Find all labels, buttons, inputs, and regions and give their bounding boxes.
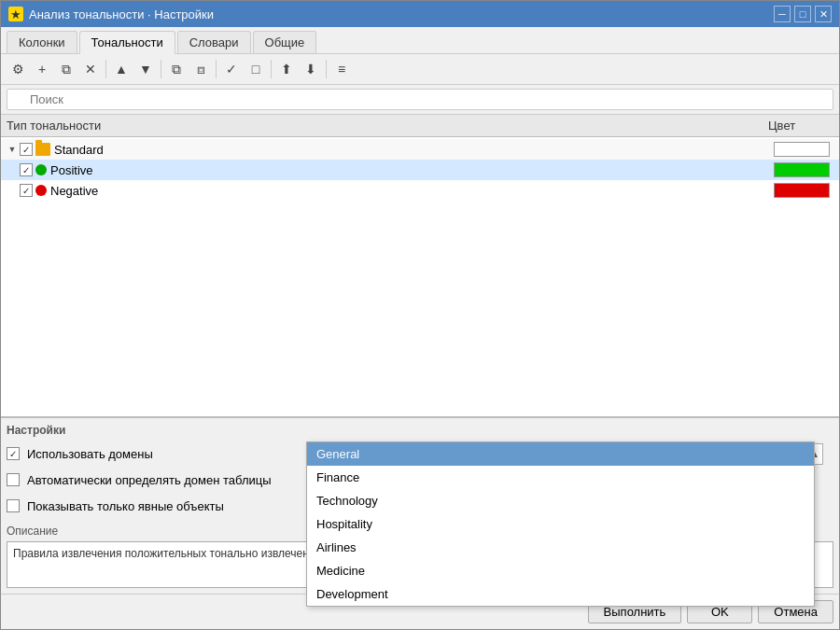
domain-select[interactable] (315, 443, 823, 465)
column-header-name: Тип тональности (7, 119, 768, 133)
color-swatch-standard[interactable] (774, 142, 830, 157)
settings-panel-title: Настройки (7, 424, 833, 437)
minimize-button[interactable]: ─ (774, 6, 791, 22)
tree-row[interactable]: ▶ Positive (1, 160, 839, 180)
window-title: Анализ тональности · Настройки (29, 7, 768, 21)
column-header-color: Цвет (768, 119, 833, 133)
import-icon[interactable]: ⬆ (275, 58, 298, 80)
toolbar-sep-5 (326, 60, 327, 78)
tab-tonalities[interactable]: Тональности (79, 31, 175, 54)
auto-detect-row: Автоматически определять домен таблицы (7, 469, 833, 491)
checkbox-positive[interactable] (20, 163, 33, 176)
main-window: ★ Анализ тональности · Настройки ─ □ ✕ К… (0, 0, 840, 630)
unlink-icon[interactable]: ⧈ (189, 58, 212, 80)
tree-toggle-standard[interactable]: ▼ (5, 142, 20, 157)
check-icon[interactable]: ✓ (220, 58, 243, 80)
folder-icon-standard (35, 143, 50, 156)
table-header: Тип тональности Цвет (1, 115, 839, 137)
tab-general[interactable]: Общие (253, 31, 317, 53)
bottom-buttons: Выполнить OK Отмена (1, 594, 839, 629)
square-icon[interactable]: □ (245, 58, 267, 80)
add-icon[interactable]: + (31, 58, 53, 80)
delete-icon[interactable]: ✕ (79, 58, 102, 80)
ok-button[interactable]: OK (687, 600, 752, 623)
main-content: Тип тональности Цвет ▼ Standard ▶ Positi… (1, 115, 839, 629)
tree-row[interactable]: ▶ Negative (1, 180, 839, 201)
color-swatch-positive[interactable] (774, 162, 830, 177)
maximize-button[interactable]: □ (794, 6, 811, 22)
domain-select-wrapper: ▲ (315, 443, 823, 465)
toolbar-sep-3 (216, 60, 217, 78)
tree-label-positive: Positive (50, 163, 774, 177)
auto-detect-checkbox[interactable] (7, 473, 20, 486)
search-bar: 🔍 (1, 85, 839, 115)
settings-icon[interactable]: ⚙ (7, 58, 29, 80)
toolbar-sep-2 (161, 60, 161, 78)
tree-label-standard: Standard (54, 143, 774, 157)
link-icon[interactable]: ⧉ (165, 58, 188, 80)
tree-row[interactable]: ▼ Standard (1, 139, 839, 160)
tab-columns[interactable]: Колонки (7, 31, 77, 53)
search-wrapper: 🔍 (7, 89, 833, 110)
checkbox-negative[interactable] (20, 184, 33, 197)
tree-area: ▼ Standard ▶ Positive ▶ Negative (1, 137, 839, 416)
tabs-bar: Колонки Тональности Словари Общие (1, 27, 839, 54)
toolbar-sep-1 (105, 60, 106, 78)
toolbar-sep-4 (271, 60, 272, 78)
dot-green-icon (35, 164, 47, 175)
color-swatch-negative[interactable] (774, 183, 830, 198)
tab-dictionaries[interactable]: Словари (177, 31, 251, 53)
settings-panel: Настройки Использовать домены ▲ Автомати… (1, 416, 839, 594)
use-domains-row: Использовать домены ▲ (7, 442, 833, 465)
toolbar: ⚙ + ⧉ ✕ ▲ ▼ ⧉ ⧈ ✓ □ ⬆ ⬇ ≡ (1, 54, 839, 85)
auto-detect-label: Автоматически определять домен таблицы (27, 473, 307, 487)
copy-icon[interactable]: ⧉ (55, 58, 77, 80)
window-controls: ─ □ ✕ (774, 6, 832, 22)
tree-label-negative: Negative (50, 184, 774, 198)
close-button[interactable]: ✕ (815, 6, 832, 22)
description-label: Описание (7, 525, 833, 538)
search-input[interactable] (7, 89, 833, 110)
show-explicit-checkbox[interactable] (7, 499, 20, 512)
dot-red-icon (35, 185, 47, 196)
execute-button[interactable]: Выполнить (588, 600, 682, 623)
use-domains-label: Использовать домены (27, 447, 307, 461)
checkbox-standard[interactable] (20, 143, 33, 156)
move-up-icon[interactable]: ▲ (110, 58, 133, 80)
show-explicit-label: Показывать только явные объекты (27, 499, 307, 513)
grid-icon[interactable]: ≡ (330, 58, 353, 80)
move-down-icon[interactable]: ▼ (134, 58, 157, 80)
title-bar: ★ Анализ тональности · Настройки ─ □ ✕ (1, 1, 839, 27)
use-domains-checkbox[interactable] (7, 447, 20, 460)
show-explicit-row: Показывать только явные объекты (7, 495, 833, 517)
app-icon: ★ (8, 7, 23, 21)
cancel-button[interactable]: Отмена (758, 600, 833, 623)
export-icon[interactable]: ⬇ (300, 58, 322, 80)
description-box: Правила извлечения положительных тональн… (7, 541, 833, 588)
